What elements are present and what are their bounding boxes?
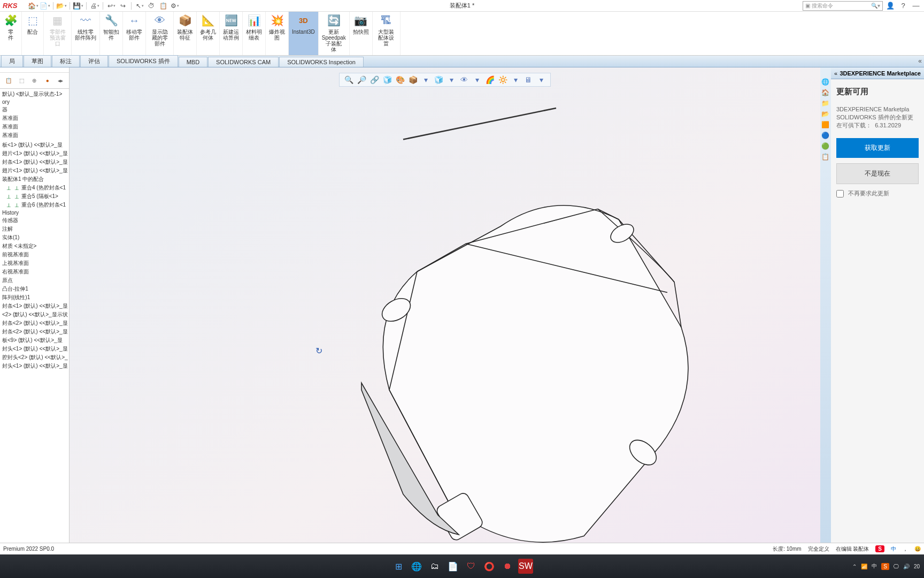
save-icon[interactable]: 💾	[73, 1, 83, 11]
tab-sw-addins[interactable]: SOLIDWORKS 插件	[109, 55, 178, 67]
tree-list[interactable]: 默认) <默认_显示状态-1>ory器基准面基准面基准面板<1> (默认) <<…	[0, 89, 69, 371]
ribbon-update-speedpak[interactable]: 🔄更新 Speedpak 子装配 体	[319, 12, 350, 55]
taskpane-tab-4[interactable]: 🟧	[821, 121, 830, 130]
tree-item[interactable]: 基准面	[0, 123, 69, 131]
tree-item[interactable]: <2> (默认) <<默认>_显示状	[0, 310, 69, 319]
search-icon[interactable]: 🔍▾	[871, 3, 880, 9]
tab-layout[interactable]: 局	[1, 55, 23, 67]
tree-item[interactable]: 翅片<1> (默认) <<默认>_显	[0, 149, 69, 158]
tree-item[interactable]: ⊥⊥重合6 (热腔封条<1	[0, 201, 69, 209]
tree-item[interactable]: 默认) <默认_显示状态-1>	[0, 90, 69, 98]
tab-sw-cam[interactable]: SOLIDWORKS CAM	[208, 57, 279, 67]
collapse-panel-icon[interactable]: «	[918, 57, 922, 65]
chrome-browser-icon[interactable]: ⭕	[482, 559, 497, 574]
ribbon-take-snapshot[interactable]: 📷拍快照	[350, 12, 373, 55]
taskpane-tab-2[interactable]: 📁	[821, 100, 830, 108]
tree-item[interactable]: 凸台-拉伸1	[0, 285, 69, 293]
open-file-icon[interactable]: 📂	[56, 1, 67, 11]
tree-item[interactable]: 阵列(线性)1	[0, 293, 69, 302]
dont-ask-checkbox-row[interactable]: 不再要求此更新	[836, 189, 919, 197]
feature-manager-tree[interactable]: 📋 ⬚ ⊕ ● ◂▸ 默认) <默认_显示状态-1>ory器基准面基准面基准面板…	[0, 67, 70, 566]
tree-item[interactable]: 封头<1> (默认) <<默认>_显	[0, 362, 69, 370]
3d-viewport[interactable]: 🔍🔎🔗🧊🎨📦▾🧊▾👁▾🌈🔆▾🖥▾ ↻	[70, 67, 820, 566]
tray-wifi-icon[interactable]: 📶	[861, 564, 867, 569]
user-icon[interactable]: 👤	[885, 1, 896, 11]
print-icon[interactable]: 🖨	[89, 1, 100, 11]
tray-battery-icon[interactable]: 🖵	[894, 564, 899, 569]
config-tab-icon[interactable]: ⊕	[29, 76, 39, 86]
tree-item[interactable]: 基准面	[0, 131, 69, 140]
tray-chevron-icon[interactable]: ⌃	[852, 564, 857, 569]
file-explorer-icon[interactable]: 🗂	[427, 559, 442, 574]
tree-item[interactable]: 封条<2> (默认) <<默认>_显	[0, 319, 69, 328]
dont-ask-checkbox[interactable]	[836, 190, 844, 197]
tree-item[interactable]: ⊥⊥重合4 (热腔封条<1	[0, 184, 69, 192]
undo-icon[interactable]: ↩	[106, 1, 117, 11]
property-tab-icon[interactable]: ⬚	[17, 76, 26, 86]
tree-item[interactable]: History	[0, 209, 69, 216]
ribbon-smart-fasteners[interactable]: 🔧智能扣 件	[100, 12, 123, 55]
notes-app-icon[interactable]: 📄	[445, 559, 460, 574]
tree-item[interactable]: 封条<1> (默认) <<默认>_显	[0, 302, 69, 310]
minimize-icon[interactable]: —	[911, 1, 921, 11]
solidworks-app-icon[interactable]: SW	[518, 559, 533, 574]
ribbon-assembly-features[interactable]: 📦装配体 特征	[174, 12, 197, 55]
new-file-icon[interactable]: 📄	[40, 1, 50, 11]
tab-annotation[interactable]: 标注	[52, 55, 80, 67]
tree-item[interactable]: 前视基准面	[0, 250, 69, 259]
tree-item[interactable]: ⊥⊥重合5 (隔板<1>	[0, 192, 69, 201]
recorder-app-icon[interactable]: ⏺	[500, 559, 515, 574]
tree-item[interactable]: 腔封头<2> (默认) <<默认>_	[0, 353, 69, 362]
tab-mbd[interactable]: MBD	[179, 57, 207, 67]
select-icon[interactable]: ↖	[134, 1, 145, 11]
rebuild-icon[interactable]: ⏱	[146, 1, 157, 11]
ribbon-bom[interactable]: 📊材料明 细表	[243, 12, 266, 55]
redo-icon[interactable]: ↪	[118, 1, 128, 11]
tree-item[interactable]: 装配体1 中的配合	[0, 175, 69, 184]
tree-item[interactable]: 注解	[0, 225, 69, 233]
tab-evaluate[interactable]: 评估	[80, 55, 108, 67]
ime-lang-label[interactable]: 中	[891, 545, 896, 553]
ribbon-mate[interactable]: ⬚配合	[22, 12, 44, 55]
tree-item[interactable]: 封头<1> (默认) <<默认>_显	[0, 345, 69, 353]
ribbon-insert-part[interactable]: 🧩零 件	[0, 12, 22, 55]
tree-item[interactable]: 板<1> (默认) <<默认>_显	[0, 141, 69, 149]
ime-punct-icon[interactable]: ，	[903, 545, 908, 553]
home-icon[interactable]: 🏠	[28, 1, 38, 11]
tab-sketch[interactable]: 草图	[24, 55, 51, 67]
taskpane-tab-3[interactable]: 📂	[821, 110, 830, 119]
taskpane-tab-5[interactable]: 🔵	[821, 132, 830, 140]
tree-item[interactable]: 封条<2> (默认) <<默认>_显	[0, 328, 69, 336]
tree-item[interactable]: 原点	[0, 276, 69, 285]
tray-volume-icon[interactable]: 🔊	[903, 564, 910, 569]
tree-item[interactable]: 材质 <未指定>	[0, 242, 69, 250]
taskpane-tab-1[interactable]: 🏠	[821, 89, 830, 97]
ime-sogou-icon[interactable]: S	[875, 545, 884, 552]
ribbon-exploded-view[interactable]: 💥爆炸视 图	[266, 12, 289, 55]
windows-taskbar[interactable]: ⊞ 🌐 🗂 📄 🛡 ⭕ ⏺ SW ⌃ 📶 中 S 🖵 🔊 20	[0, 554, 924, 578]
tree-item[interactable]: 右视基准面	[0, 268, 69, 276]
collapse-taskpane-icon[interactable]: «	[834, 70, 837, 77]
tree-item[interactable]: 实体(1)	[0, 233, 69, 242]
tree-item[interactable]: 基准面	[0, 114, 69, 123]
ime-emoji-icon[interactable]: 😀	[914, 546, 921, 552]
ribbon-large-assembly[interactable]: 🏗大型装 配体设 置	[373, 12, 401, 55]
tree-item[interactable]: 器	[0, 105, 69, 114]
ribbon-new-motion-study[interactable]: 🆕新建运 动算例	[220, 12, 243, 55]
tray-sogou-icon[interactable]: S	[881, 563, 889, 570]
ribbon-reference-geometry[interactable]: 📐参考几 何体	[197, 12, 220, 55]
tree-item[interactable]: 传感器	[0, 216, 69, 225]
settings-icon[interactable]: ⚙	[170, 1, 180, 11]
tab-sw-inspection[interactable]: SOLIDWORKS Inspection	[279, 57, 364, 67]
tree-item[interactable]: 上视基准面	[0, 259, 69, 268]
display-tab-icon[interactable]: ●	[43, 76, 52, 86]
ribbon-move-component[interactable]: ↔移动零 部件	[123, 12, 146, 55]
get-update-button[interactable]: 获取更新	[836, 138, 919, 158]
ribbon-linear-pattern[interactable]: 〰线性零 部件阵列	[72, 12, 100, 55]
taskpane-tab-6[interactable]: 🟢	[821, 142, 830, 151]
feature-tree-tab-icon[interactable]: 📋	[4, 76, 13, 86]
search-command-box[interactable]: ▣ 搜索命令 🔍▾	[803, 1, 883, 11]
tray-clock[interactable]: 20	[914, 564, 920, 569]
taskpane-tab-0[interactable]: 🌐	[821, 78, 830, 87]
ribbon-instant3d[interactable]: 3DInstant3D	[289, 12, 319, 55]
